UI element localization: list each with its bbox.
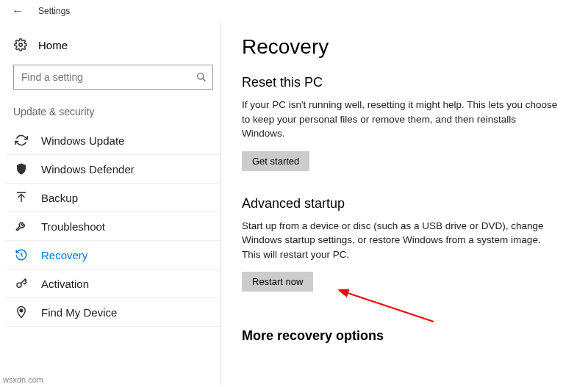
advanced-section-title: Advanced startup <box>242 196 570 211</box>
sidebar-item-windows-update[interactable]: Windows Update <box>6 126 220 155</box>
sidebar-item-label: Backup <box>41 192 78 204</box>
svg-line-6 <box>21 256 23 257</box>
sidebar-item-activation[interactable]: Activation <box>6 270 220 298</box>
sidebar-item-backup[interactable]: Backup <box>6 184 220 212</box>
sidebar: Home Update & security Windows Update Wi… <box>0 22 220 386</box>
key-icon <box>13 277 29 290</box>
advanced-section-text: Start up from a device or disc (such as … <box>242 219 558 262</box>
sidebar-item-label: Windows Defender <box>41 163 135 176</box>
gear-icon <box>13 38 28 51</box>
svg-point-0 <box>19 43 23 47</box>
sidebar-item-label: Find My Device <box>41 306 117 319</box>
history-icon <box>13 248 29 261</box>
back-icon[interactable]: ← <box>12 4 24 18</box>
sidebar-item-recovery[interactable]: Recovery <box>6 241 220 270</box>
svg-point-1 <box>198 73 204 79</box>
wrench-icon <box>13 220 29 233</box>
watermark: wsxdn.com <box>3 375 43 384</box>
more-options-title: More recovery options <box>242 328 570 344</box>
get-started-button[interactable]: Get started <box>242 151 309 171</box>
search-input[interactable] <box>14 71 190 83</box>
shield-icon <box>13 162 29 176</box>
home-label: Home <box>38 39 68 51</box>
restart-now-button[interactable]: Restart now <box>242 272 313 292</box>
search-icon <box>190 72 212 82</box>
sidebar-item-windows-defender[interactable]: Windows Defender <box>6 155 220 184</box>
search-input-container[interactable] <box>13 65 213 90</box>
sidebar-item-label: Windows Update <box>41 134 124 147</box>
svg-point-8 <box>20 309 23 312</box>
page-title: Recovery <box>242 35 570 59</box>
category-label: Update & security <box>6 106 220 126</box>
sync-icon <box>13 134 29 147</box>
sidebar-item-find-my-device[interactable]: Find My Device <box>6 298 220 327</box>
sidebar-item-troubleshoot[interactable]: Troubleshoot <box>6 212 220 241</box>
backup-icon <box>13 191 29 204</box>
sidebar-item-label: Activation <box>41 278 89 290</box>
main-panel: Recovery Reset this PC If your PC isn't … <box>220 22 588 386</box>
location-icon <box>13 305 29 319</box>
reset-section-title: Reset this PC <box>242 75 570 90</box>
app-title: Settings <box>38 6 70 16</box>
reset-section-text: If your PC isn't running well, resetting… <box>242 98 558 141</box>
sidebar-item-label: Recovery <box>41 249 87 261</box>
svg-line-2 <box>203 79 206 82</box>
home-button[interactable]: Home <box>6 34 220 56</box>
sidebar-item-label: Troubleshoot <box>41 220 105 233</box>
